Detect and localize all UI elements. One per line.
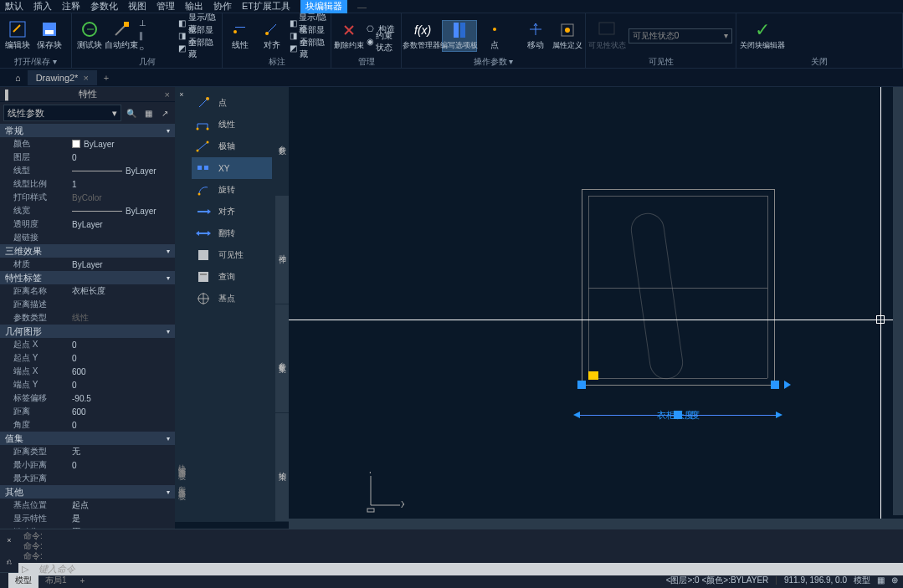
close-command-icon[interactable]: ×	[7, 536, 11, 545]
geo-tool-3[interactable]: ○	[139, 43, 175, 54]
block-top-edge	[582, 189, 774, 190]
action-params-label[interactable]: 操作参数 ▾	[405, 56, 582, 66]
palette-point[interactable]: 点	[192, 92, 272, 114]
section-tags[interactable]: 特性标签▾	[0, 271, 175, 284]
svg-rect-5	[235, 27, 245, 28]
object-type-combo[interactable]: 线性参数▾	[3, 105, 121, 121]
block-bottom-edge	[582, 385, 774, 386]
status-coords[interactable]: 911.9, 196.9, 0.0	[784, 575, 847, 585]
open-save-label[interactable]: 打开/保存 ▾	[3, 56, 68, 66]
section-geometry[interactable]: 几何图形▾	[0, 325, 175, 338]
doc-tab-drawing2[interactable]: Drawing2* ×	[28, 70, 97, 85]
status-model[interactable]: 模型	[854, 575, 870, 586]
palette-rotate[interactable]: 旋转	[192, 179, 272, 201]
status-layer[interactable]: <图层>:0 <颜色>:BYLAYER	[666, 575, 769, 586]
save-block-button[interactable]: 保存块	[35, 20, 64, 51]
close-block-editor-button[interactable]: ✓ 关闭块编辑器	[740, 21, 785, 51]
grip-end[interactable]	[771, 381, 779, 389]
grip-arrow[interactable]	[784, 381, 791, 389]
palette-rail[interactable]: × 块编写选项板 - 所有选项板	[175, 87, 188, 522]
menu-extra[interactable]: —	[357, 2, 367, 12]
new-tab-button[interactable]: +	[97, 70, 115, 85]
constraint-status[interactable]: ◉约束状态	[367, 36, 398, 48]
geo-tool-1[interactable]: ⊥	[139, 18, 175, 29]
grip-start[interactable]	[577, 381, 586, 389]
home-tab-icon[interactable]: ⌂	[8, 70, 28, 85]
svg-point-11	[493, 28, 496, 31]
tab-layout1[interactable]: 布局1	[38, 573, 74, 588]
h-scrollbar[interactable]	[289, 519, 903, 529]
menu-parametric[interactable]: 参数化	[90, 0, 118, 13]
svg-rect-2	[45, 30, 54, 34]
cross-left-seg	[289, 320, 341, 320]
delete-constraint-button[interactable]: 删除约束	[335, 21, 363, 51]
attr-def-button[interactable]: 属性定义	[553, 21, 582, 51]
point-param-button[interactable]: 点	[480, 20, 509, 51]
auto-constrain-button[interactable]: 自动约束	[107, 20, 136, 51]
svg-point-22	[198, 193, 201, 196]
close-label: 关闭	[740, 56, 899, 66]
palette-tab-paramsets[interactable]: 参数集	[275, 304, 289, 413]
section-general[interactable]: 常规▾	[0, 124, 175, 137]
palette-tab-constraints[interactable]: 约束	[275, 413, 289, 522]
inner-bottom	[588, 378, 767, 379]
viewport[interactable]: 衣柜长度 度 Y X	[289, 87, 903, 529]
palette-visibility[interactable]: 可见性	[192, 244, 272, 266]
palette-linear[interactable]: 线性	[192, 114, 272, 135]
dim-label: 标注	[226, 56, 327, 66]
drawing-canvas[interactable]: × 块编写选项板 - 所有选项板 点 线性 极轴 XY 旋转 对齐 翻转 可见性…	[175, 87, 903, 529]
linear-dim-button[interactable]: 线性	[226, 20, 254, 51]
palette-tab-params[interactable]: 参数	[275, 87, 289, 196]
menu-manage[interactable]: 管理	[156, 0, 175, 13]
close-palette-icon[interactable]: ×	[179, 87, 183, 99]
svg-rect-20	[198, 166, 202, 170]
document-tabs: ⌂ Drawing2* × +	[0, 69, 903, 87]
visibility-combo[interactable]: 可见性状态0▾	[629, 28, 732, 43]
menu-view[interactable]: 视图	[128, 0, 146, 13]
test-block-button[interactable]: 测试块	[75, 20, 104, 51]
quick-select-icon[interactable]: 🔍	[125, 106, 138, 120]
status-more-icon[interactable]: ⊕	[891, 575, 898, 585]
section-other[interactable]: 其他▾	[0, 485, 175, 499]
palette-xy[interactable]: XY	[192, 157, 272, 179]
param-manager-button[interactable]: f(x) 参数管理器	[405, 21, 439, 51]
move-action-button[interactable]: 移动	[521, 20, 550, 51]
tab-add-layout[interactable]: +	[74, 575, 92, 587]
section-valueset[interactable]: 值集▾	[0, 432, 175, 445]
geo-tool-2[interactable]: ∥	[139, 30, 175, 42]
palette-align[interactable]: 对齐	[192, 201, 272, 222]
menu-annotate[interactable]: 注释	[62, 0, 80, 13]
palette-polar[interactable]: 极轴	[192, 135, 272, 157]
hide-all[interactable]: ◩全部隐藏	[178, 43, 218, 54]
dim-hide-all[interactable]: ◩全部隐藏	[290, 43, 327, 54]
svg-rect-25	[200, 274, 207, 275]
palette-flip[interactable]: 翻转	[192, 222, 272, 244]
inner-top	[588, 196, 767, 197]
warning-icon[interactable]	[588, 371, 598, 380]
palette-lookup[interactable]: 查询	[192, 266, 272, 288]
close-properties-icon[interactable]: ×	[165, 89, 170, 100]
section-3d[interactable]: 三维效果▾	[0, 244, 175, 258]
authoring-palette-button[interactable]: 编写选项板	[442, 20, 477, 52]
palette-tab-actions[interactable]: 动作	[275, 196, 289, 304]
command-log: 命令: 命令: 命令:	[18, 529, 903, 563]
command-handle-icon[interactable]: ⎌	[7, 557, 12, 566]
tab-model[interactable]: 模型	[8, 573, 38, 588]
status-grid-icon[interactable]: ▦	[877, 575, 885, 585]
v-scrollbar[interactable]	[893, 87, 903, 515]
menu-bar: 默认 插入 注释 参数化 视图 管理 输出 协作 ET扩展工具 块编辑器 —	[0, 0, 903, 13]
svg-rect-4	[124, 22, 129, 27]
menu-default[interactable]: 默认	[5, 0, 23, 13]
menu-insert[interactable]: 插入	[33, 0, 52, 13]
edit-block-button[interactable]: 编辑块	[3, 20, 32, 51]
cursor-pickbox	[876, 315, 885, 324]
close-tab-icon[interactable]: ×	[83, 73, 88, 83]
pick-add-icon[interactable]: ▦	[141, 106, 155, 120]
align-dim-button[interactable]: 对齐	[258, 20, 286, 51]
svg-text:Y: Y	[367, 472, 373, 475]
door-swing	[629, 211, 685, 381]
palette-basepoint[interactable]: 基点	[192, 288, 272, 309]
inner-mid	[588, 288, 767, 289]
menu-et-tools[interactable]: ET扩展工具	[242, 0, 290, 13]
select-objects-icon[interactable]: ↗	[158, 106, 172, 120]
